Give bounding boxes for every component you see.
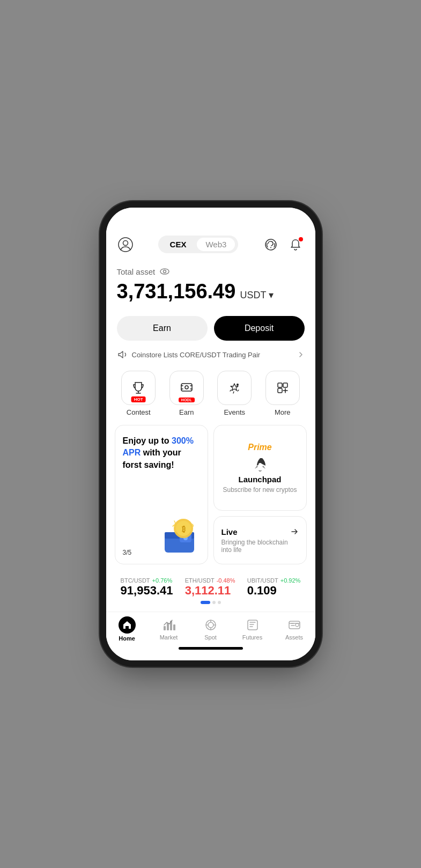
action-buttons: Earn Deposit bbox=[106, 307, 315, 347]
btc-price: 91,953.41 bbox=[121, 584, 173, 598]
launchpad-subtitle: Subscribe for new cryptos bbox=[223, 486, 297, 494]
eth-price: 3,112.11 bbox=[185, 584, 235, 598]
home-icon bbox=[119, 616, 136, 634]
nav-assets[interactable]: Assets bbox=[278, 617, 311, 641]
announcement-banner[interactable]: Coinstore Lists CORE/USDT Trading Pair bbox=[117, 349, 305, 360]
dot-1 bbox=[201, 601, 210, 604]
nav-futures-label: Futures bbox=[242, 634, 262, 641]
eth-change: -0.48% bbox=[217, 577, 235, 584]
svg-point-19 bbox=[258, 463, 262, 466]
home-indicator bbox=[179, 647, 243, 650]
nav-market[interactable]: Market bbox=[153, 617, 185, 641]
launchpad-card[interactable]: Prime Launchpad Subscribe for new crypto… bbox=[213, 425, 307, 511]
earn-menu-icon bbox=[178, 379, 195, 396]
svg-rect-11 bbox=[278, 388, 282, 393]
nav-spot[interactable]: Spot bbox=[195, 617, 227, 641]
chevron-right-icon bbox=[297, 351, 305, 358]
svg-point-1 bbox=[123, 240, 128, 245]
svg-text:₿: ₿ bbox=[181, 525, 185, 533]
more-label: More bbox=[275, 408, 291, 416]
svg-point-7 bbox=[185, 386, 188, 389]
cards-grid: Enjoy up to 300% APR with your forst sav… bbox=[106, 425, 315, 571]
promo-text: Enjoy up to 300% APR with your forst sav… bbox=[123, 435, 200, 471]
live-card[interactable]: Live Bringing the blockchain into life bbox=[213, 516, 307, 564]
svg-rect-20 bbox=[164, 626, 166, 630]
ubit-change: +0.92% bbox=[280, 577, 301, 584]
spot-icon bbox=[203, 617, 218, 632]
contest-icon bbox=[130, 379, 147, 396]
hodl-badge: HODL bbox=[179, 398, 195, 402]
bottom-nav: Home Market Spot bbox=[106, 612, 315, 644]
ubit-pair: UBIT/USDT bbox=[247, 577, 278, 584]
nav-spot-label: Spot bbox=[204, 634, 217, 641]
svg-point-8 bbox=[237, 384, 239, 386]
svg-point-5 bbox=[164, 270, 166, 273]
dot-2 bbox=[212, 601, 216, 604]
svg-point-3 bbox=[270, 247, 271, 248]
rocket-icon bbox=[250, 455, 270, 475]
svg-rect-21 bbox=[167, 623, 169, 630]
menu-item-earn[interactable]: HODL Earn bbox=[169, 371, 204, 416]
tab-web3[interactable]: Web3 bbox=[197, 238, 235, 251]
launchpad-title: Launchpad bbox=[238, 475, 281, 484]
asset-amount: 3,731,156.49 USDT ▾ bbox=[117, 280, 305, 303]
total-asset-label: Total asset bbox=[117, 266, 305, 277]
live-subtitle: Bringing the blockchain into life bbox=[221, 539, 299, 554]
prime-label: Prime bbox=[248, 443, 271, 452]
ticker-btc[interactable]: BTC/USDT +0.76% 91,953.41 bbox=[121, 577, 173, 598]
svg-rect-23 bbox=[173, 624, 175, 630]
svg-point-25 bbox=[208, 622, 213, 628]
svg-rect-26 bbox=[248, 620, 257, 630]
profile-icon[interactable] bbox=[117, 236, 134, 253]
quick-menu: HOT Contest HODL Earn bbox=[106, 366, 315, 425]
ubit-price: 0.109 bbox=[247, 584, 301, 598]
market-icon bbox=[161, 617, 176, 632]
app-header: CEX Web3 bbox=[106, 231, 315, 258]
nav-futures[interactable]: Futures bbox=[237, 617, 269, 641]
mode-toggle[interactable]: CEX Web3 bbox=[158, 236, 239, 253]
ticker-ubit[interactable]: UBIT/USDT +0.92% 0.109 bbox=[247, 577, 301, 598]
svg-rect-9 bbox=[278, 383, 282, 387]
eye-icon[interactable] bbox=[159, 266, 170, 277]
btc-pair: BTC/USDT bbox=[121, 577, 150, 584]
ticker-eth[interactable]: ETH/USDT -0.48% 3,112.11 bbox=[185, 577, 235, 598]
events-icon bbox=[226, 379, 243, 396]
btc-change: +0.76% bbox=[152, 577, 173, 584]
earn-label: Earn bbox=[179, 408, 194, 416]
tab-cex[interactable]: CEX bbox=[161, 238, 195, 251]
futures-icon bbox=[245, 617, 260, 632]
arrow-right-icon bbox=[290, 527, 299, 536]
menu-item-contest[interactable]: HOT Contest bbox=[121, 371, 156, 416]
live-title: Live bbox=[221, 527, 299, 536]
svg-point-28 bbox=[296, 623, 299, 627]
asset-section: Total asset 3,731,156.49 USDT ▾ bbox=[106, 258, 315, 307]
asset-currency[interactable]: USDT ▾ bbox=[240, 289, 274, 301]
svg-rect-27 bbox=[289, 621, 300, 629]
dot-3 bbox=[218, 601, 221, 604]
nav-home[interactable]: Home bbox=[111, 616, 143, 642]
ticker-section: BTC/USDT +0.76% 91,953.41 ETH/USDT -0.48… bbox=[106, 571, 315, 612]
earn-button[interactable]: Earn bbox=[117, 316, 208, 341]
hot-badge: HOT bbox=[131, 396, 146, 402]
svg-rect-6 bbox=[181, 384, 192, 391]
menu-item-events[interactable]: Events bbox=[217, 371, 252, 416]
nav-home-label: Home bbox=[119, 635, 135, 642]
nav-assets-label: Assets bbox=[285, 634, 303, 641]
svg-point-4 bbox=[160, 269, 169, 274]
ticker-row: BTC/USDT +0.76% 91,953.41 ETH/USDT -0.48… bbox=[115, 577, 307, 598]
notification-icon[interactable] bbox=[287, 236, 304, 253]
contest-label: Contest bbox=[127, 408, 151, 416]
more-icon bbox=[274, 379, 291, 396]
nav-market-label: Market bbox=[160, 634, 178, 641]
coin-illustration: ₿ bbox=[159, 513, 202, 556]
promo-card[interactable]: Enjoy up to 300% APR with your forst sav… bbox=[115, 425, 208, 564]
megaphone-icon bbox=[117, 349, 128, 360]
header-icons bbox=[262, 236, 304, 253]
svg-rect-10 bbox=[283, 383, 287, 387]
events-label: Events bbox=[224, 408, 245, 416]
deposit-button[interactable]: Deposit bbox=[214, 316, 305, 341]
assets-icon bbox=[287, 617, 302, 632]
ticker-pagination bbox=[115, 598, 307, 607]
menu-item-more[interactable]: More bbox=[265, 371, 300, 416]
support-icon[interactable] bbox=[262, 236, 279, 253]
